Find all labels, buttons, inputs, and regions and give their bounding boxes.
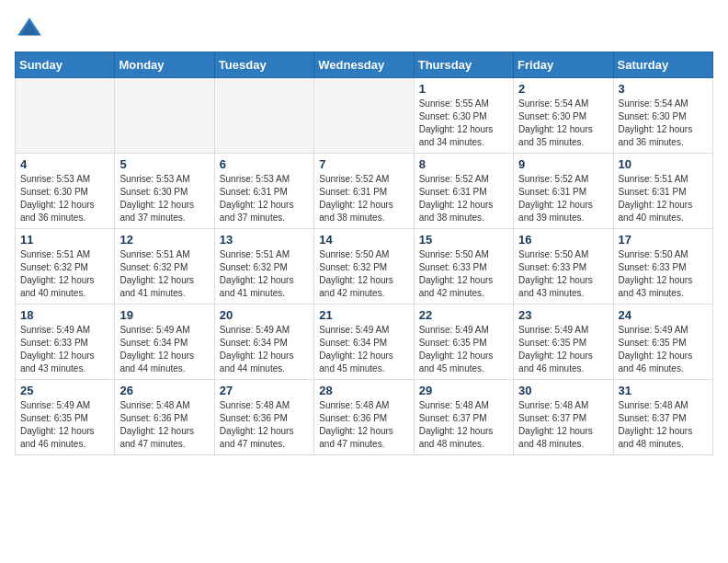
weekday-header: Thursday	[414, 52, 513, 78]
day-info: Sunrise: 5:50 AM Sunset: 6:33 PM Dayligh…	[518, 248, 608, 300]
day-info: Sunrise: 5:49 AM Sunset: 6:35 PM Dayligh…	[518, 324, 608, 375]
day-number: 13	[220, 233, 309, 247]
day-info: Sunrise: 5:54 AM Sunset: 6:30 PM Dayligh…	[619, 98, 708, 149]
day-number: 7	[319, 157, 408, 171]
calendar-cell: 11Sunrise: 5:51 AM Sunset: 6:32 PM Dayli…	[16, 229, 115, 304]
calendar-cell: 4Sunrise: 5:53 AM Sunset: 6:30 PM Daylig…	[16, 154, 115, 229]
day-info: Sunrise: 5:55 AM Sunset: 6:30 PM Dayligh…	[419, 98, 508, 149]
day-info: Sunrise: 5:48 AM Sunset: 6:36 PM Dayligh…	[220, 399, 309, 451]
day-info: Sunrise: 5:49 AM Sunset: 6:33 PM Dayligh…	[20, 324, 109, 375]
calendar-cell: 2Sunrise: 5:54 AM Sunset: 6:30 PM Daylig…	[514, 78, 613, 154]
weekday-header: Wednesday	[314, 52, 414, 78]
logo	[15, 15, 48, 44]
calendar-cell: 25Sunrise: 5:49 AM Sunset: 6:35 PM Dayli…	[16, 380, 115, 455]
day-number: 23	[518, 308, 608, 322]
day-number: 30	[518, 384, 608, 397]
day-number: 2	[518, 82, 608, 96]
calendar-cell: 17Sunrise: 5:50 AM Sunset: 6:33 PM Dayli…	[613, 229, 712, 304]
calendar-cell: 9Sunrise: 5:52 AM Sunset: 6:31 PM Daylig…	[514, 154, 613, 229]
calendar-cell: 15Sunrise: 5:50 AM Sunset: 6:33 PM Dayli…	[414, 229, 513, 304]
calendar-cell: 21Sunrise: 5:49 AM Sunset: 6:34 PM Dayli…	[314, 304, 414, 380]
calendar-cell: 22Sunrise: 5:49 AM Sunset: 6:35 PM Dayli…	[414, 304, 513, 380]
day-number: 19	[119, 308, 209, 322]
day-info: Sunrise: 5:49 AM Sunset: 6:35 PM Dayligh…	[419, 324, 508, 375]
calendar-cell: 6Sunrise: 5:53 AM Sunset: 6:31 PM Daylig…	[214, 154, 313, 229]
calendar-cell: 12Sunrise: 5:51 AM Sunset: 6:32 PM Dayli…	[115, 229, 214, 304]
day-info: Sunrise: 5:48 AM Sunset: 6:37 PM Dayligh…	[619, 399, 708, 451]
day-info: Sunrise: 5:50 AM Sunset: 6:33 PM Dayligh…	[619, 248, 708, 300]
day-info: Sunrise: 5:48 AM Sunset: 6:36 PM Dayligh…	[119, 399, 209, 451]
day-info: Sunrise: 5:53 AM Sunset: 6:30 PM Dayligh…	[119, 173, 209, 224]
day-number: 24	[619, 308, 708, 322]
calendar-cell: 30Sunrise: 5:48 AM Sunset: 6:37 PM Dayli…	[514, 380, 613, 455]
day-info: Sunrise: 5:53 AM Sunset: 6:31 PM Dayligh…	[220, 173, 309, 224]
calendar-week-row: 1Sunrise: 5:55 AM Sunset: 6:30 PM Daylig…	[16, 78, 713, 154]
calendar-cell	[314, 78, 414, 154]
day-info: Sunrise: 5:48 AM Sunset: 6:36 PM Dayligh…	[319, 399, 408, 451]
calendar-week-row: 25Sunrise: 5:49 AM Sunset: 6:35 PM Dayli…	[16, 380, 713, 455]
day-info: Sunrise: 5:51 AM Sunset: 6:32 PM Dayligh…	[20, 248, 109, 300]
day-info: Sunrise: 5:49 AM Sunset: 6:34 PM Dayligh…	[319, 324, 408, 375]
calendar-cell: 1Sunrise: 5:55 AM Sunset: 6:30 PM Daylig…	[414, 78, 513, 154]
calendar-cell: 8Sunrise: 5:52 AM Sunset: 6:31 PM Daylig…	[414, 154, 513, 229]
day-info: Sunrise: 5:54 AM Sunset: 6:30 PM Dayligh…	[518, 98, 608, 149]
calendar-cell: 18Sunrise: 5:49 AM Sunset: 6:33 PM Dayli…	[16, 304, 115, 380]
calendar-cell: 24Sunrise: 5:49 AM Sunset: 6:35 PM Dayli…	[613, 304, 712, 380]
day-info: Sunrise: 5:52 AM Sunset: 6:31 PM Dayligh…	[419, 173, 508, 224]
day-number: 12	[119, 233, 209, 247]
day-number: 9	[518, 157, 608, 171]
day-number: 25	[20, 384, 109, 397]
day-number: 1	[419, 82, 508, 96]
calendar-cell: 19Sunrise: 5:49 AM Sunset: 6:34 PM Dayli…	[115, 304, 214, 380]
page-header	[15, 15, 713, 44]
day-info: Sunrise: 5:49 AM Sunset: 6:34 PM Dayligh…	[220, 324, 309, 375]
calendar-cell: 7Sunrise: 5:52 AM Sunset: 6:31 PM Daylig…	[314, 154, 414, 229]
day-number: 5	[119, 157, 209, 171]
calendar-cell: 16Sunrise: 5:50 AM Sunset: 6:33 PM Dayli…	[514, 229, 613, 304]
calendar-cell	[16, 78, 115, 154]
calendar-cell: 28Sunrise: 5:48 AM Sunset: 6:36 PM Dayli…	[314, 380, 414, 455]
calendar-cell: 23Sunrise: 5:49 AM Sunset: 6:35 PM Dayli…	[514, 304, 613, 380]
calendar-cell: 31Sunrise: 5:48 AM Sunset: 6:37 PM Dayli…	[613, 380, 712, 455]
calendar-header-row: SundayMondayTuesdayWednesdayThursdayFrid…	[16, 52, 713, 78]
day-number: 11	[20, 233, 109, 247]
day-number: 16	[518, 233, 608, 247]
day-number: 26	[119, 384, 209, 397]
day-info: Sunrise: 5:49 AM Sunset: 6:34 PM Dayligh…	[119, 324, 209, 375]
day-info: Sunrise: 5:50 AM Sunset: 6:32 PM Dayligh…	[319, 248, 408, 300]
day-number: 20	[220, 308, 309, 322]
day-info: Sunrise: 5:48 AM Sunset: 6:37 PM Dayligh…	[518, 399, 608, 451]
calendar-week-row: 18Sunrise: 5:49 AM Sunset: 6:33 PM Dayli…	[16, 304, 713, 380]
calendar-cell	[115, 78, 214, 154]
day-info: Sunrise: 5:51 AM Sunset: 6:31 PM Dayligh…	[619, 173, 708, 224]
calendar-cell: 5Sunrise: 5:53 AM Sunset: 6:30 PM Daylig…	[115, 154, 214, 229]
day-number: 28	[319, 384, 408, 397]
day-info: Sunrise: 5:51 AM Sunset: 6:32 PM Dayligh…	[220, 248, 309, 300]
day-number: 6	[220, 157, 309, 171]
calendar-cell: 27Sunrise: 5:48 AM Sunset: 6:36 PM Dayli…	[214, 380, 313, 455]
day-info: Sunrise: 5:48 AM Sunset: 6:37 PM Dayligh…	[419, 399, 508, 451]
day-number: 3	[619, 82, 708, 96]
calendar-cell: 20Sunrise: 5:49 AM Sunset: 6:34 PM Dayli…	[214, 304, 313, 380]
day-number: 8	[419, 157, 508, 171]
calendar-cell: 13Sunrise: 5:51 AM Sunset: 6:32 PM Dayli…	[214, 229, 313, 304]
calendar-cell: 29Sunrise: 5:48 AM Sunset: 6:37 PM Dayli…	[414, 380, 513, 455]
calendar-cell: 26Sunrise: 5:48 AM Sunset: 6:36 PM Dayli…	[115, 380, 214, 455]
day-number: 14	[319, 233, 408, 247]
calendar-week-row: 4Sunrise: 5:53 AM Sunset: 6:30 PM Daylig…	[16, 154, 713, 229]
day-number: 21	[319, 308, 408, 322]
day-number: 18	[20, 308, 109, 322]
calendar-cell: 14Sunrise: 5:50 AM Sunset: 6:32 PM Dayli…	[314, 229, 414, 304]
day-number: 22	[419, 308, 508, 322]
weekday-header: Tuesday	[214, 52, 313, 78]
weekday-header: Friday	[514, 52, 613, 78]
day-info: Sunrise: 5:52 AM Sunset: 6:31 PM Dayligh…	[518, 173, 608, 224]
day-number: 15	[419, 233, 508, 247]
day-number: 10	[619, 157, 708, 171]
calendar-table: SundayMondayTuesdayWednesdayThursdayFrid…	[15, 52, 713, 455]
day-info: Sunrise: 5:49 AM Sunset: 6:35 PM Dayligh…	[619, 324, 708, 375]
day-number: 27	[220, 384, 309, 397]
day-info: Sunrise: 5:49 AM Sunset: 6:35 PM Dayligh…	[20, 399, 109, 451]
weekday-header: Monday	[115, 52, 214, 78]
weekday-header: Sunday	[16, 52, 115, 78]
